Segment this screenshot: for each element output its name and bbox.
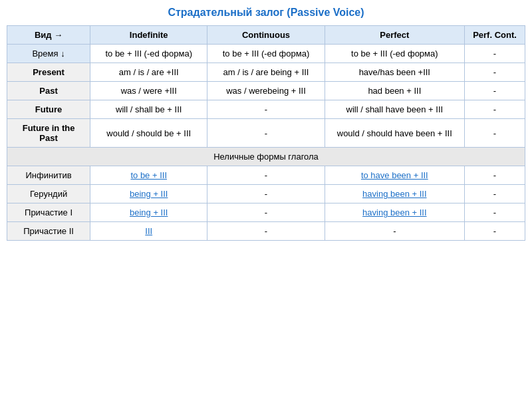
time-cont: to be + III (-ed форма) xyxy=(207,45,325,63)
infinitive-perf: to have been + III xyxy=(325,166,464,185)
participle2-perf-cont: - xyxy=(465,222,525,241)
past-perf-cont: - xyxy=(465,82,525,100)
infinitive-cont: - xyxy=(207,166,325,185)
past-cont: was / werebeing + III xyxy=(207,82,325,100)
infinitive-indef: to be + III xyxy=(90,166,207,185)
table-row-present: Present am / is / are +III am / is / are… xyxy=(7,63,525,82)
gerund-indef-link[interactable]: being + III xyxy=(130,189,168,199)
participle2-indef-link[interactable]: III xyxy=(145,226,152,236)
participle1-perf-link[interactable]: having been + III xyxy=(362,207,427,217)
table-row-future: Future will / shall be + III - will / sh… xyxy=(7,100,525,119)
infinitive-indef-link[interactable]: to be + III xyxy=(130,170,167,180)
infinitive-perf-cont: - xyxy=(465,166,525,185)
present-perf: have/has been +III xyxy=(325,63,464,82)
tense-past: Past xyxy=(7,82,90,100)
participle1-perf: having been + III xyxy=(325,203,464,222)
passive-voice-table: Вид → Indefinite Continuous Perfect Perf… xyxy=(7,25,525,241)
participle1-indef: being + III xyxy=(90,203,207,222)
gerund-perf: having been + III xyxy=(325,185,464,203)
participle1-cont: - xyxy=(207,203,325,222)
time-perf-cont: - xyxy=(465,45,525,63)
present-indef: am / is / are +III xyxy=(90,63,207,82)
present-cont: am / is / are being + III xyxy=(207,63,325,82)
tense-future: Future xyxy=(7,100,90,119)
time-indef: to be + III (-ed форма) xyxy=(90,45,207,63)
table-row-future-past: Future in the Past would / should be + I… xyxy=(7,119,525,148)
table-header-row: Вид → Indefinite Continuous Perfect Perf… xyxy=(7,26,525,45)
future-perf-cont: - xyxy=(465,100,525,119)
participle1-label: Причастие I xyxy=(7,203,90,222)
table-row-infinitive: Инфинитив to be + III - to have been + I… xyxy=(7,166,525,185)
future-indef: will / shall be + III xyxy=(90,100,207,119)
participle2-perf: - xyxy=(325,222,464,241)
future-past-indef: would / should be + III xyxy=(90,119,207,148)
header-col1: Вид → xyxy=(7,26,90,45)
nonfinite-header-label: Неличные формы глагола xyxy=(7,148,525,166)
header-col5: Perf. Cont. xyxy=(465,26,525,45)
participle2-label: Причастие II xyxy=(7,222,90,241)
page-title: Страдательный залог (Passive Voice) xyxy=(168,7,364,19)
participle1-perf-cont: - xyxy=(465,203,525,222)
present-perf-cont: - xyxy=(465,63,525,82)
nonfinite-header-row: Неличные формы глагола xyxy=(7,148,525,166)
gerund-label: Герундий xyxy=(7,185,90,203)
participle2-cont: - xyxy=(207,222,325,241)
table-row-past: Past was / were +III was / werebeing + I… xyxy=(7,82,525,100)
time-label: Время ↓ xyxy=(7,45,90,63)
future-cont: - xyxy=(207,100,325,119)
table-row-participle2: Причастие II III - - - xyxy=(7,222,525,241)
table-row-time: Время ↓ to be + III (-ed форма) to be + … xyxy=(7,45,525,63)
gerund-perf-cont: - xyxy=(465,185,525,203)
table-row-participle1: Причастие I being + III - having been + … xyxy=(7,203,525,222)
tense-future-past: Future in the Past xyxy=(7,119,90,148)
participle1-indef-link[interactable]: being + III xyxy=(130,207,168,217)
past-perf: had been + III xyxy=(325,82,464,100)
future-perf: will / shall have been + III xyxy=(325,100,464,119)
gerund-cont: - xyxy=(207,185,325,203)
future-past-perf-cont: - xyxy=(465,119,525,148)
gerund-indef: being + III xyxy=(90,185,207,203)
past-indef: was / were +III xyxy=(90,82,207,100)
future-past-cont: - xyxy=(207,119,325,148)
header-col2: Indefinite xyxy=(90,26,207,45)
participle2-indef: III xyxy=(90,222,207,241)
gerund-perf-link[interactable]: having been + III xyxy=(362,189,427,199)
infinitive-perf-link[interactable]: to have been + III xyxy=(361,170,428,180)
time-perf: to be + III (-ed форма) xyxy=(325,45,464,63)
header-col3: Continuous xyxy=(207,26,325,45)
header-col4: Perfect xyxy=(325,26,464,45)
tense-present: Present xyxy=(7,63,90,82)
infinitive-label: Инфинитив xyxy=(7,166,90,185)
table-row-gerund: Герундий being + III - having been + III… xyxy=(7,185,525,203)
future-past-perf: would / should have been + III xyxy=(325,119,464,148)
